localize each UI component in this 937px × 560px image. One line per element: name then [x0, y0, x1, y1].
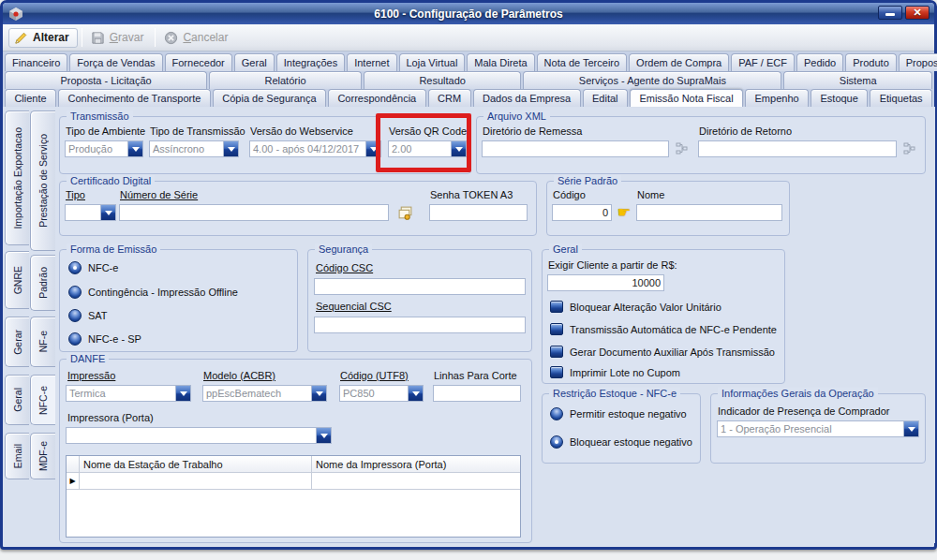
tipo-transmissao-combo[interactable]: Assíncrono [149, 140, 239, 157]
tab-forca-de-vendas[interactable]: Força de Vendas [69, 53, 162, 71]
tab-row-2: Proposta - Licitação Relatório Resultado… [4, 71, 933, 89]
vtab-gerar[interactable]: Gerar [5, 317, 29, 367]
tab-etiquetas[interactable]: Etiquetas [870, 89, 932, 107]
tab-relatorio[interactable]: Relatório [209, 71, 362, 89]
chevron-down-icon[interactable] [408, 386, 423, 401]
toolbar-separator [82, 28, 82, 47]
tipo-certificado-combo[interactable] [65, 204, 116, 221]
numero-serie-input[interactable] [119, 204, 389, 221]
minimize-button[interactable] [878, 6, 902, 20]
chevron-down-icon[interactable] [903, 421, 918, 436]
radio-contingencia[interactable]: Contingência - Impressão Offline [68, 286, 238, 299]
serie-codigo-input[interactable]: 0 [552, 204, 612, 221]
checkbox-bloquear-alteracao[interactable]: Bloquear Alteração Valor Unitário [550, 301, 721, 313]
vtab-padrao[interactable]: Padrão [30, 255, 55, 311]
grid-cell-impressora[interactable] [312, 473, 520, 490]
tab-edital[interactable]: Edital [583, 89, 628, 107]
vtab-nfce[interactable]: NFC-e [30, 375, 55, 425]
radio-nfce-sp[interactable]: NFC-e - SP [68, 332, 141, 346]
checkbox-transmissao-automatica[interactable]: Transmissão Automática de NFC-e Pendente [550, 323, 777, 335]
vtab-gnre[interactable]: GNRE [5, 251, 29, 309]
checkbox-gerar-documento[interactable]: Gerar Documento Auxiliar Após Transmissã… [550, 346, 775, 358]
diretorio-retorno-input[interactable] [698, 140, 897, 157]
tab-financeiro[interactable]: Financeiro [5, 53, 67, 71]
grid-row-marker: ▶ [67, 473, 80, 490]
radio-permitir-estoque[interactable]: Permitir estoque negativo [550, 407, 687, 420]
tab-empenho[interactable]: Empenho [745, 89, 809, 107]
tab-paf-ecf[interactable]: PAF / ECF [731, 53, 795, 71]
radio-sat[interactable]: SAT [68, 309, 108, 322]
tab-produto[interactable]: Produto [845, 53, 897, 71]
estacoes-impressoras-grid[interactable]: Nome da Estação de Trabalho Nome da Impr… [66, 455, 521, 538]
tab-proposta-licitacao[interactable]: Proposta - Licitação [5, 71, 207, 89]
indicador-presenca-combo[interactable]: 1 - Operação Presencial [717, 420, 919, 437]
impressora-porta-combo[interactable] [66, 427, 332, 444]
tab-cliente[interactable]: Cliente [5, 89, 56, 107]
tab-mala-direta[interactable]: Mala Direta [467, 53, 534, 71]
tab-resultado[interactable]: Resultado [364, 71, 521, 89]
vtab-label: Email [12, 444, 23, 468]
tab-fornecedor[interactable]: Fornecedor [165, 53, 232, 71]
browse-remessa-button[interactable] [674, 140, 691, 157]
tab-dados-da-empresa[interactable]: Dados da Empresa [473, 89, 581, 107]
chevron-down-icon[interactable] [316, 428, 331, 443]
vtab-prestacao-servico[interactable]: Prestação de Serviço [30, 111, 55, 251]
versao-qrcode-combo[interactable]: 2.00 [388, 140, 467, 157]
chevron-down-icon[interactable] [451, 141, 466, 156]
vtab-geral-lateral[interactable]: Geral [5, 375, 29, 425]
chevron-down-icon[interactable] [365, 141, 380, 156]
tab-loja-virtual[interactable]: Loja Virtual [399, 53, 466, 71]
vtab-email[interactable]: Email [5, 433, 29, 479]
group-transmissao: Transmissão Tipo de Ambiente Produção Ti… [59, 116, 471, 174]
versao-webservice-combo[interactable]: 4.00 - após 04/12/2017 [249, 140, 381, 157]
impressao-combo[interactable]: Termica [66, 385, 191, 402]
chevron-down-icon[interactable] [175, 386, 190, 401]
tab-ordem-de-compra[interactable]: Ordem de Compra [629, 53, 729, 71]
chevron-down-icon[interactable] [223, 141, 238, 156]
tab-servicos-agente[interactable]: Serviços - Agente do SupraMais [523, 71, 781, 89]
sequencial-csc-input[interactable] [314, 317, 526, 333]
vtab-importacao-exportacao[interactable]: Importação Exportacao [5, 111, 29, 245]
tab-copia-seguranca[interactable]: Cópia de Segurança [213, 89, 326, 107]
tab-nota-de-terceiro[interactable]: Nota de Terceiro [537, 53, 628, 71]
codigo-csc-label: Código CSC [316, 262, 373, 273]
grid-cell-estacao[interactable] [80, 473, 312, 490]
tab-sistema[interactable]: Sistema [783, 71, 932, 89]
tab-correspondencia[interactable]: Correspondência [328, 89, 426, 107]
tab-geral[interactable]: Geral [234, 53, 275, 71]
group-title: Informações Gerais da Operação [718, 388, 878, 399]
tab-internet[interactable]: Internet [347, 53, 396, 71]
tab-estoque[interactable]: Estoque [811, 89, 868, 107]
tab-integracoes[interactable]: Integrações [276, 53, 345, 71]
vtab-mdfe[interactable]: MDF-e [30, 433, 55, 479]
diretorio-remessa-input[interactable] [482, 140, 669, 157]
senha-token-input[interactable] [429, 204, 528, 221]
vtab-nfe[interactable]: NF-e [30, 317, 55, 367]
codigo-csc-input[interactable] [314, 278, 526, 295]
chevron-down-icon[interactable] [127, 141, 142, 156]
radio-nfce[interactable]: NFC-e [68, 261, 118, 274]
tab-conhecimento-transporte[interactable]: Conhecimento de Transporte [58, 89, 211, 107]
group-restricao-estoque: Restrição Estoque - NFC-e Permitir estoq… [542, 393, 701, 464]
indicador-presenca-value: 1 - Operação Presencial [721, 423, 832, 435]
chevron-down-icon[interactable] [311, 386, 326, 401]
serie-nome-input[interactable] [636, 204, 782, 221]
tipo-ambiente-combo[interactable]: Produção [65, 140, 143, 157]
checkbox-imprimir-lote[interactable]: Imprimir Lote no Cupom [550, 366, 680, 378]
tab-crm[interactable]: CRM [428, 89, 471, 107]
grid-data-row[interactable]: ▶ [67, 473, 520, 490]
tab-pedido[interactable]: Pedido [796, 53, 843, 71]
radio-bloquear-estoque[interactable]: Bloquear estoque negativo [550, 435, 692, 449]
linhas-corte-input[interactable] [433, 385, 521, 402]
exigir-cliente-input[interactable]: 10000 [547, 274, 664, 291]
browse-retorno-button[interactable] [901, 140, 918, 157]
tab-proposta[interactable]: Proposta [899, 53, 937, 71]
chevron-down-icon[interactable] [100, 205, 115, 220]
modelo-acbr-combo[interactable]: ppEscBematech [202, 385, 327, 402]
lookup-serie-button[interactable]: ☛ [615, 203, 633, 222]
alterar-button[interactable]: Alterar [8, 28, 78, 48]
close-button[interactable]: ✕ [905, 6, 930, 20]
codigo-utf8-combo[interactable]: PC850 [339, 385, 424, 402]
select-certificate-button[interactable] [395, 203, 414, 222]
tab-emissao-nota-fiscal[interactable]: Emissão Nota Fiscal [630, 89, 743, 107]
